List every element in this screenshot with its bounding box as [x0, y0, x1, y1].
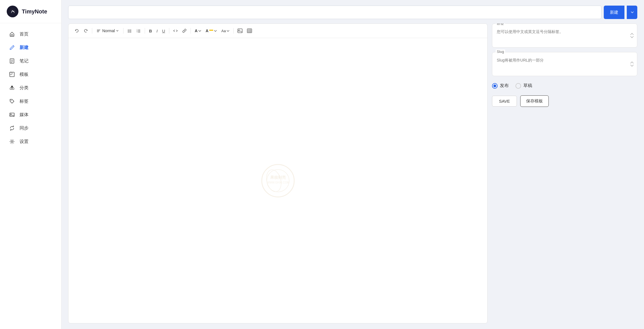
svg-rect-2 — [10, 59, 14, 63]
category-icon — [9, 85, 15, 91]
bg-color-button[interactable]: A — [204, 27, 218, 35]
svg-rect-10 — [12, 88, 14, 90]
main-content: 新建 — [61, 0, 644, 329]
tags-textarea[interactable] — [492, 24, 637, 46]
font-size-button[interactable]: Aa — [220, 27, 231, 35]
tag-icon — [9, 98, 15, 104]
svg-rect-17 — [97, 32, 99, 32]
link-button[interactable] — [180, 27, 188, 35]
categories-label: 分类 — [20, 85, 28, 91]
image-button[interactable] — [236, 27, 244, 35]
draft-label: 草稿 — [523, 83, 532, 89]
svg-point-38 — [262, 164, 294, 197]
svg-text:果核剥壳: 果核剥壳 — [270, 175, 286, 180]
slug-field-label: Slug — [496, 50, 505, 54]
svg-point-14 — [11, 141, 13, 142]
right-panel: 标签 Slug — [492, 24, 637, 323]
tags-arrows[interactable] — [630, 33, 634, 38]
bg-color-label: A — [206, 29, 208, 33]
svg-point-18 — [128, 30, 129, 30]
svg-rect-9 — [10, 88, 12, 90]
action-buttons: SAVE 保存模板 — [492, 95, 637, 107]
sidebar-item-home[interactable]: 首页 — [2, 28, 59, 41]
app-name: TimyNote — [22, 8, 47, 15]
new-button[interactable]: 新建 — [604, 6, 624, 19]
sidebar-item-tags[interactable]: 标签 — [2, 95, 59, 108]
draft-radio[interactable]: 草稿 — [515, 83, 532, 89]
undo-button[interactable] — [73, 27, 81, 35]
svg-point-11 — [11, 100, 11, 101]
sync-label: 同步 — [20, 125, 28, 131]
svg-point-13 — [11, 114, 11, 115]
media-label: 媒体 — [20, 112, 28, 118]
save-template-button[interactable]: 保存模板 — [520, 95, 549, 107]
publish-radio[interactable]: 发布 — [492, 83, 509, 89]
home-label: 首页 — [20, 31, 28, 37]
sidebar-item-settings[interactable]: 设置 — [2, 135, 59, 148]
redo-button[interactable] — [82, 27, 90, 35]
svg-point-22 — [128, 32, 129, 33]
settings-label: 设置 — [20, 139, 28, 145]
publish-section: 发布 草稿 — [492, 81, 637, 91]
sidebar-item-new[interactable]: 新建 — [2, 41, 59, 54]
new-label: 新建 — [20, 45, 28, 51]
sidebar-item-templates[interactable]: 模板 — [2, 68, 59, 81]
slug-textarea[interactable] — [492, 52, 637, 75]
ordered-list-button[interactable]: 1. 2. 3. — [135, 27, 142, 35]
logo-icon — [7, 6, 18, 17]
sidebar: TimyNote 首页 新建 — [0, 0, 61, 329]
bullet-list-button[interactable] — [126, 27, 134, 35]
heading-select[interactable]: Normal — [94, 27, 121, 35]
save-button[interactable]: SAVE — [492, 96, 517, 107]
notes-label: 笔记 — [20, 58, 28, 64]
tags-nav-label: 标签 — [20, 98, 28, 104]
edit-icon — [9, 44, 15, 51]
svg-point-20 — [128, 31, 129, 32]
svg-rect-31 — [238, 29, 242, 33]
italic-button[interactable]: I — [155, 27, 159, 35]
editor-body[interactable]: 果核剥壳 WWW.GHXI.COM — [68, 38, 487, 323]
toolbar-separator-4 — [169, 28, 169, 34]
svg-marker-8 — [11, 86, 13, 87]
code-button[interactable] — [172, 27, 179, 35]
app-logo: TimyNote — [0, 0, 61, 23]
sidebar-item-notes[interactable]: 笔记 — [2, 55, 59, 67]
font-color-label: A — [195, 29, 198, 33]
toolbar-separator-1 — [92, 28, 92, 34]
toolbar-separator-3 — [145, 28, 145, 34]
underline-button[interactable]: U — [160, 27, 167, 35]
svg-rect-15 — [97, 30, 100, 30]
slug-arrows[interactable] — [630, 62, 634, 67]
home-icon — [9, 31, 15, 37]
sidebar-navigation: 首页 新建 笔记 — [0, 23, 61, 152]
toolbar-separator-2 — [123, 28, 123, 34]
notes-icon — [9, 58, 15, 64]
top-bar: 新建 — [68, 6, 637, 19]
svg-rect-16 — [97, 31, 99, 31]
tags-field-label: 标签 — [496, 24, 505, 26]
svg-rect-7 — [10, 72, 12, 74]
svg-rect-30 — [209, 30, 213, 31]
svg-point-32 — [239, 30, 239, 30]
settings-icon — [9, 138, 15, 145]
template-icon — [9, 71, 15, 77]
new-button-dropdown[interactable] — [627, 6, 637, 19]
font-color-button[interactable]: A — [193, 27, 203, 35]
bold-button[interactable]: B — [147, 27, 154, 35]
toolbar-separator-6 — [233, 28, 234, 34]
table-button[interactable] — [245, 27, 254, 35]
publish-radio-circle — [492, 83, 498, 89]
templates-label: 模板 — [20, 72, 28, 77]
svg-text:WWW.GHXI.COM: WWW.GHXI.COM — [267, 181, 289, 184]
title-input[interactable] — [68, 6, 602, 19]
publish-label: 发布 — [500, 83, 509, 89]
sidebar-item-sync[interactable]: 同步 — [2, 122, 59, 135]
svg-point-0 — [10, 9, 15, 14]
sidebar-item-media[interactable]: 媒体 — [2, 108, 59, 121]
svg-point-39 — [267, 170, 289, 192]
editor-toolbar: Normal — [68, 24, 487, 38]
svg-rect-33 — [247, 29, 252, 33]
editor-section: Normal — [68, 24, 637, 323]
sidebar-item-categories[interactable]: 分类 — [2, 81, 59, 94]
toolbar-separator-5 — [191, 28, 191, 34]
